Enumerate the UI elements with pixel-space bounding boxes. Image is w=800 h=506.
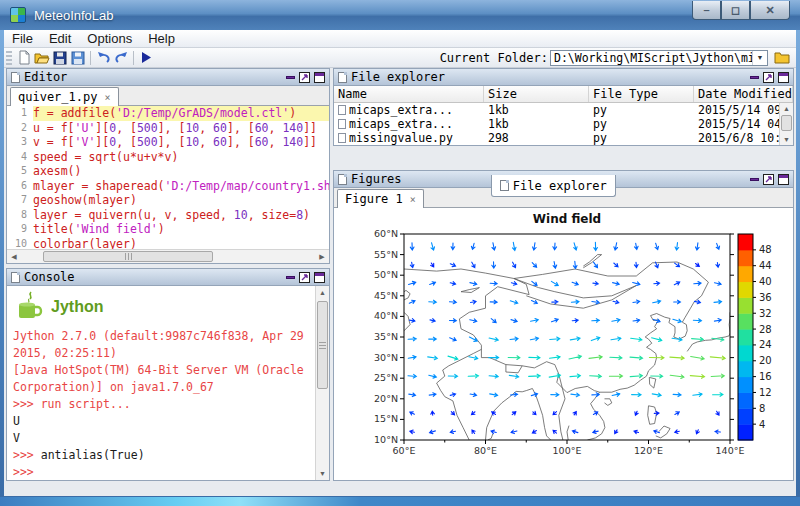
svg-text:60°E: 60°E [393, 445, 416, 456]
svg-text:Wind field: Wind field [533, 212, 601, 226]
document-icon [338, 72, 347, 83]
panel-float-icon[interactable] [763, 72, 774, 83]
undo-icon[interactable] [94, 50, 112, 66]
save-icon[interactable] [51, 50, 69, 66]
svg-text:4: 4 [759, 419, 765, 430]
maximize-button[interactable]: ◻ [721, 1, 750, 20]
run-script-icon[interactable] [137, 50, 155, 66]
column-name[interactable]: Name [334, 86, 484, 102]
svg-text:40: 40 [759, 276, 772, 287]
console-line: >>> run script... [13, 396, 323, 413]
menu-edit[interactable]: Edit [41, 31, 79, 46]
menu-options[interactable]: Options [79, 31, 140, 46]
window-bottom-border [0, 497, 800, 506]
menu-help[interactable]: Help [140, 31, 183, 46]
console-line: Jython 2.7.0 (default:9987c746f838, Apr … [13, 328, 323, 345]
panel-maximize-icon[interactable] [314, 72, 325, 83]
console-line: >>> antialias(True) [13, 447, 323, 464]
file-table-scrollbar[interactable]: ▲ ▼ [779, 103, 793, 145]
code-line[interactable]: 6mlayer = shaperead('D:/Temp/map/country… [7, 179, 329, 194]
minimize-button[interactable]: – [692, 1, 721, 20]
console-vertical-scrollbar[interactable]: ▲ ▼ [315, 286, 329, 480]
tab-file-explorer[interactable]: File explorer [491, 175, 616, 197]
code-line[interactable]: 9title('Wind field') [7, 222, 329, 237]
console-output[interactable]: Jython Jython 2.7.0 (default:9987c746f83… [7, 286, 329, 480]
column-size[interactable]: Size [484, 86, 589, 102]
svg-text:30°N: 30°N [374, 352, 398, 363]
scroll-left-icon[interactable]: ◀ [7, 250, 21, 263]
redo-icon[interactable] [112, 50, 130, 66]
console-line: [Java HotSpot(TM) 64-Bit Server VM (Orac… [13, 362, 323, 379]
tab-file-explorer-label: File explorer [513, 179, 607, 193]
svg-text:44: 44 [759, 260, 772, 271]
svg-text:24: 24 [759, 339, 772, 350]
editor-panel-header: Editor [7, 69, 329, 86]
current-folder-combobox[interactable]: D:\Working\MIScript\Jython\mis ▼ [550, 50, 768, 66]
console-line: U [13, 413, 323, 430]
scroll-up-icon[interactable]: ▲ [780, 103, 794, 114]
console-line: 2015, 02:25:11) [13, 345, 323, 362]
file-table-body: micaps_extra...1kbpy2015/5/14 09:58micap… [334, 103, 793, 145]
panel-minimize-icon[interactable] [750, 178, 759, 181]
code-line[interactable]: 4speed = sqrt(u*u+v*v) [7, 150, 329, 165]
jython-logo: Jython [7, 286, 329, 326]
menu-file[interactable]: File [4, 31, 41, 46]
document-icon [11, 272, 20, 283]
editor-tab[interactable]: quiver_1.py × [10, 87, 119, 106]
panel-float-icon[interactable] [299, 72, 310, 83]
panel-minimize-icon[interactable] [750, 76, 759, 79]
tab-close-icon[interactable]: × [104, 92, 110, 103]
toolbar-separator-2 [133, 51, 134, 65]
code-line[interactable]: 1f = addfile('D:/Temp/GrADS/model.ctl') [7, 106, 329, 121]
scrollbar-thumb[interactable] [317, 301, 328, 389]
save-as-icon[interactable] [69, 50, 87, 66]
scroll-down-icon[interactable]: ▼ [780, 134, 794, 145]
jython-cup-icon [15, 290, 45, 324]
scroll-up-icon[interactable]: ▲ [316, 286, 330, 299]
figure-1-tab[interactable]: Figure 1 × [337, 189, 424, 208]
panel-maximize-icon[interactable] [314, 272, 325, 283]
panel-minimize-icon[interactable] [286, 276, 295, 279]
code-line[interactable]: 7geoshow(mlayer) [7, 193, 329, 208]
menu-bar: File Edit Options Help [4, 30, 796, 48]
window-title: MeteoInfoLab [34, 8, 114, 23]
table-row[interactable]: micaps_extra...1kbpy2015/5/14 09:58 [334, 103, 793, 117]
scrollbar-thumb[interactable] [43, 251, 213, 262]
table-row[interactable]: micaps_extra...1kbpy2015/5/14 04:43 [334, 117, 793, 131]
title-bar: MeteoInfoLab – ◻ ✕ [0, 0, 800, 30]
scrollbar-thumb[interactable] [781, 115, 792, 131]
panel-minimize-icon[interactable] [286, 76, 295, 79]
scroll-right-icon[interactable]: ▶ [315, 250, 329, 263]
column-file-type[interactable]: File Type [589, 86, 694, 102]
figure-canvas[interactable]: Wind field10°N15°N20°N25°N30°N35°N40°N45… [334, 208, 793, 480]
open-file-icon[interactable] [33, 50, 51, 66]
scroll-down-icon[interactable]: ▼ [316, 467, 330, 480]
current-folder-value: D:\Working\MIScript\Jython\mis [551, 51, 752, 65]
close-button[interactable]: ✕ [750, 1, 790, 20]
quiver-arrows [408, 242, 725, 434]
new-file-icon[interactable] [15, 50, 33, 66]
svg-text:45°N: 45°N [374, 290, 398, 301]
editor-tab-label: quiver_1.py [18, 90, 97, 104]
code-line[interactable]: 2u = f['U'][0, [500], [10, 60], [60, 140… [7, 121, 329, 136]
svg-text:140°E: 140°E [716, 445, 745, 456]
file-icon [338, 105, 346, 115]
column-date-modified[interactable]: Date Modified [694, 86, 793, 102]
browse-folder-button[interactable] [772, 50, 792, 66]
panel-float-icon[interactable] [299, 272, 310, 283]
table-row[interactable]: missingvalue.py298py2015/6/8 10:06 [334, 131, 793, 145]
code-line[interactable]: 3v = f['V'][0, [500], [10, 60], [60, 140… [7, 135, 329, 150]
document-icon [11, 72, 20, 83]
svg-text:10°N: 10°N [374, 434, 398, 445]
code-line[interactable]: 5axesm() [7, 164, 329, 179]
chevron-down-icon[interactable]: ▼ [752, 51, 767, 65]
tab-close-icon[interactable]: × [410, 194, 416, 205]
panel-maximize-icon[interactable] [778, 174, 789, 185]
panel-maximize-icon[interactable] [778, 72, 789, 83]
toolbar: Current Folder: D:\Working\MIScript\Jyth… [4, 48, 796, 68]
editor-horizontal-scrollbar[interactable]: ◀ ▶ [7, 249, 329, 263]
code-line[interactable]: 8layer = quivern(u, v, speed, 10, size=8… [7, 208, 329, 223]
code-editor[interactable]: 1f = addfile('D:/Temp/GrADS/model.ctl')2… [7, 106, 329, 252]
console-panel: Console Jython Jython 2.7.0 (default:998… [6, 268, 330, 481]
panel-float-icon[interactable] [763, 174, 774, 185]
